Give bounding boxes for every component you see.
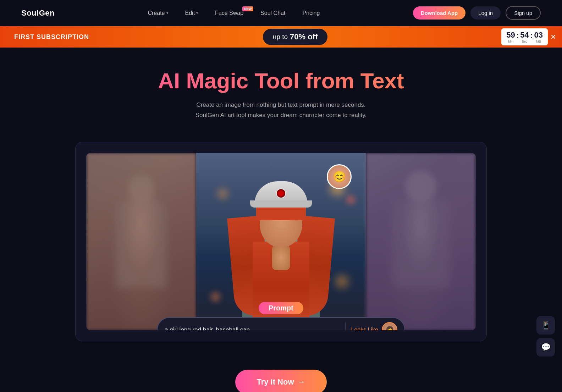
- timer-separator-1: :: [515, 32, 520, 40]
- nav-face-swap[interactable]: Face Swap NEW: [215, 10, 243, 16]
- prompt-input-row[interactable]: a girl,long red hair, baseball cap Looks…: [157, 317, 405, 330]
- nav-links: Create ▾ Edit ▾ Face Swap NEW Soul Chat …: [148, 10, 320, 16]
- prompt-section: Prompt a girl,long red hair, baseball ca…: [157, 302, 405, 330]
- nav-create[interactable]: Create ▾: [148, 10, 168, 16]
- center-main-image: Prompt a girl,long red hair, baseball ca…: [196, 153, 366, 330]
- prompt-label: Prompt: [157, 302, 405, 314]
- new-badge: NEW: [242, 6, 253, 11]
- looks-like-label: Looks Like: [351, 327, 379, 330]
- floating-icons: 📱 💬: [536, 316, 555, 357]
- timer-ms: 03 MS: [534, 31, 543, 43]
- nav-edit[interactable]: Edit ▾: [185, 10, 198, 16]
- hero-title: AI Magic Tool from Text: [0, 69, 562, 93]
- chevron-down-icon: ▾: [166, 11, 168, 15]
- timer-minutes: 59 Min: [506, 31, 515, 43]
- chevron-down-icon: ▾: [196, 11, 198, 15]
- signup-button[interactable]: Sign up: [506, 6, 541, 20]
- main-card: Prompt a girl,long red hair, baseball ca…: [75, 142, 487, 341]
- nav-pricing[interactable]: Pricing: [302, 10, 320, 16]
- try-it-now-button[interactable]: Try it Now →: [235, 370, 326, 392]
- download-app-button[interactable]: Download App: [413, 6, 465, 20]
- login-button[interactable]: Log in: [470, 6, 501, 20]
- small-face-badge: [327, 164, 352, 189]
- hero-subtitle-line2: SoulGen AI art tool makes your dream cha…: [0, 110, 562, 121]
- floating-app-icon[interactable]: 📱: [536, 316, 555, 335]
- navbar: SoulGen Create ▾ Edit ▾ Face Swap NEW So…: [0, 0, 562, 26]
- brand-logo[interactable]: SoulGen: [21, 9, 55, 18]
- hero-section: AI Magic Tool from Text Create an image …: [0, 48, 562, 131]
- looks-like-avatar[interactable]: 👩: [382, 322, 397, 330]
- promo-offer-prefix: up to: [273, 33, 288, 41]
- prompt-input[interactable]: a girl,long red hair, baseball cap: [165, 326, 342, 330]
- floating-chat-icon[interactable]: 💬: [536, 338, 555, 357]
- arrow-right-icon: →: [298, 377, 305, 387]
- promo-offer-percent: 70% off: [290, 32, 318, 42]
- hero-subtitle-line1: Create an image from nothing but text pr…: [0, 100, 562, 110]
- nav-actions: Download App Log in Sign up: [413, 6, 541, 20]
- timer-separator-2: :: [529, 32, 534, 40]
- nav-soul-chat[interactable]: Soul Chat: [260, 10, 285, 16]
- prompt-label-text: Prompt: [259, 302, 303, 314]
- promo-close-button[interactable]: ✕: [550, 33, 556, 41]
- looks-like-section: Looks Like 👩: [345, 322, 398, 330]
- promo-banner: FIRST SUBSCRIPTION up to 70% off 59 Min …: [0, 26, 562, 48]
- promo-text: FIRST SUBSCRIPTION: [14, 33, 89, 41]
- cta-section: Try it Now →: [0, 370, 562, 392]
- countdown-timer: 59 Min : 54 Sec : 03 MS: [501, 28, 548, 45]
- image-gallery: Prompt a girl,long red hair, baseball ca…: [86, 153, 476, 330]
- timer-seconds: 54 Sec: [520, 31, 529, 43]
- promo-offer[interactable]: up to 70% off: [263, 29, 328, 45]
